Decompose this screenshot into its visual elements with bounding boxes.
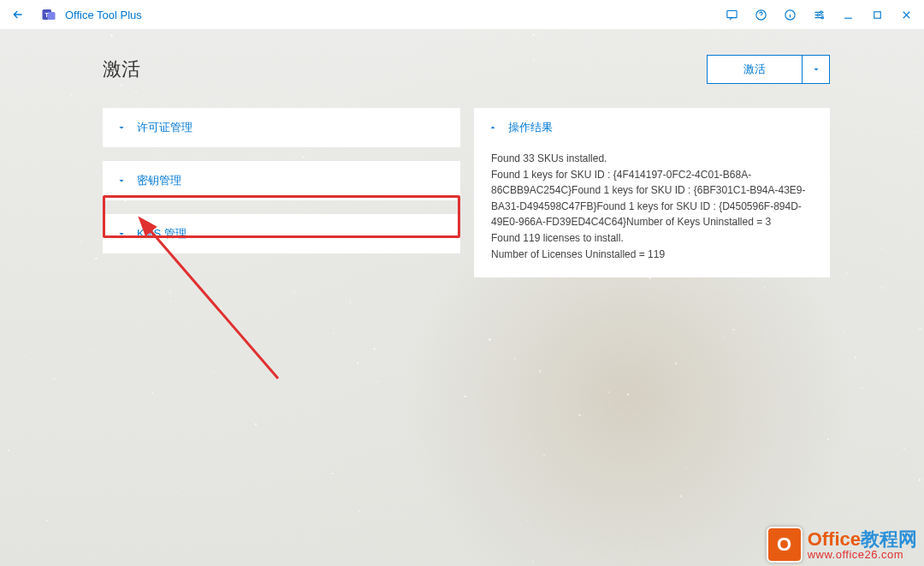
svg-rect-9 bbox=[874, 11, 880, 18]
help-icon[interactable] bbox=[746, 0, 775, 29]
watermark-line2: www.office26.com bbox=[808, 549, 917, 560]
minimize-button[interactable] bbox=[833, 0, 862, 29]
svg-point-7 bbox=[817, 14, 820, 16]
activate-dropdown-icon[interactable] bbox=[802, 56, 829, 83]
activate-split-button[interactable]: 激活 bbox=[707, 55, 830, 84]
panel-license-title: 许可证管理 bbox=[137, 120, 192, 135]
panel-kms[interactable]: KMS 管理 bbox=[103, 214, 460, 253]
svg-rect-1 bbox=[48, 12, 56, 20]
maximize-button[interactable] bbox=[862, 0, 891, 29]
app-logo-icon: T bbox=[41, 7, 56, 22]
panel-result-header[interactable]: 操作结果 bbox=[474, 108, 830, 147]
settings-icon[interactable] bbox=[804, 0, 833, 29]
svg-rect-3 bbox=[726, 10, 736, 17]
panel-result-title: 操作结果 bbox=[508, 120, 553, 135]
chevron-down-icon bbox=[116, 229, 127, 239]
watermark-icon: O bbox=[767, 527, 803, 563]
panel-kms-title: KMS 管理 bbox=[137, 226, 187, 241]
svg-point-6 bbox=[820, 11, 822, 14]
chevron-up-icon bbox=[488, 122, 498, 133]
panel-result-body: Found 33 SKUs installed. Found 1 keys fo… bbox=[474, 147, 830, 277]
info-icon[interactable] bbox=[775, 0, 804, 29]
activate-button-label[interactable]: 激活 bbox=[708, 56, 802, 83]
app-title: Office Tool Plus bbox=[65, 9, 142, 21]
panel-key-title: 密钥管理 bbox=[137, 173, 181, 188]
titlebar: T Office Tool Plus bbox=[0, 0, 924, 29]
chevron-down-icon bbox=[116, 176, 127, 186]
close-button[interactable] bbox=[891, 0, 921, 29]
panel-key[interactable]: 密钥管理 bbox=[103, 161, 460, 200]
panel-result: 操作结果 Found 33 SKUs installed. Found 1 ke… bbox=[474, 108, 830, 277]
page-title: 激活 bbox=[103, 57, 140, 82]
panel-license[interactable]: 许可证管理 bbox=[103, 108, 460, 147]
back-button[interactable] bbox=[3, 0, 33, 29]
watermark-line1: Office教程网 bbox=[808, 530, 917, 549]
feedback-icon[interactable] bbox=[717, 0, 746, 29]
chevron-down-icon bbox=[116, 122, 127, 133]
watermark: O Office教程网 www.office26.com bbox=[767, 527, 917, 563]
